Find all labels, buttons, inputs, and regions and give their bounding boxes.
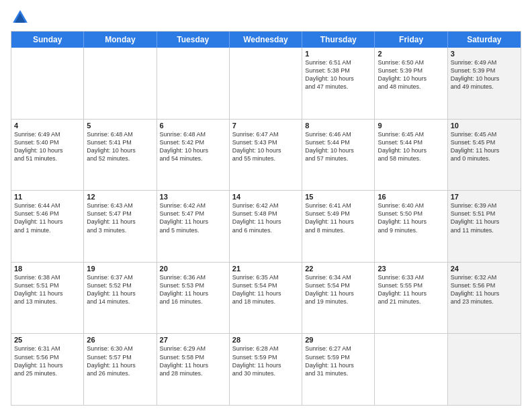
cal-cell: 15Sunrise: 6:41 AM Sunset: 5:49 PM Dayli… xyxy=(302,191,375,262)
day-number: 12 xyxy=(87,193,153,201)
page: SundayMondayTuesdayWednesdayThursdayFrid… xyxy=(0,0,532,411)
cell-info: Sunrise: 6:48 AM Sunset: 5:42 PM Dayligh… xyxy=(160,130,226,163)
cal-week-2: 11Sunrise: 6:44 AM Sunset: 5:46 PM Dayli… xyxy=(11,190,521,262)
cell-info: Sunrise: 6:31 AM Sunset: 5:56 PM Dayligh… xyxy=(14,345,81,377)
day-number: 7 xyxy=(232,122,299,130)
day-number: 28 xyxy=(232,336,299,344)
cell-info: Sunrise: 6:42 AM Sunset: 5:48 PM Dayligh… xyxy=(232,201,299,234)
cell-info: Sunrise: 6:39 AM Sunset: 5:51 PM Dayligh… xyxy=(451,201,518,234)
cal-cell: 12Sunrise: 6:43 AM Sunset: 5:47 PM Dayli… xyxy=(84,191,157,262)
cal-cell xyxy=(230,48,302,119)
cal-cell xyxy=(375,334,447,405)
cell-info: Sunrise: 6:37 AM Sunset: 5:52 PM Dayligh… xyxy=(87,273,153,306)
cell-info: Sunrise: 6:40 AM Sunset: 5:50 PM Dayligh… xyxy=(378,201,444,234)
day-number: 18 xyxy=(14,265,81,273)
cal-cell: 7Sunrise: 6:47 AM Sunset: 5:43 PM Daylig… xyxy=(230,120,302,191)
cal-cell: 27Sunrise: 6:29 AM Sunset: 5:58 PM Dayli… xyxy=(157,334,230,405)
cell-info: Sunrise: 6:49 AM Sunset: 5:40 PM Dayligh… xyxy=(14,130,81,163)
cal-header-tuesday: Tuesday xyxy=(157,32,230,48)
cell-info: Sunrise: 6:29 AM Sunset: 5:58 PM Dayligh… xyxy=(160,345,226,377)
cal-cell: 29Sunrise: 6:27 AM Sunset: 5:59 PM Dayli… xyxy=(302,334,375,405)
cal-week-0: 1Sunrise: 6:51 AM Sunset: 5:38 PM Daylig… xyxy=(11,48,521,119)
day-number: 10 xyxy=(451,122,518,130)
cal-cell: 22Sunrise: 6:34 AM Sunset: 5:54 PM Dayli… xyxy=(302,263,375,334)
cal-cell: 19Sunrise: 6:37 AM Sunset: 5:52 PM Dayli… xyxy=(84,263,157,334)
day-number: 27 xyxy=(160,336,226,344)
cell-info: Sunrise: 6:35 AM Sunset: 5:54 PM Dayligh… xyxy=(232,273,299,306)
day-number: 21 xyxy=(232,265,299,273)
cal-cell: 26Sunrise: 6:30 AM Sunset: 5:57 PM Dayli… xyxy=(84,334,157,405)
day-number: 25 xyxy=(14,336,81,344)
cal-cell: 23Sunrise: 6:33 AM Sunset: 5:55 PM Dayli… xyxy=(375,263,447,334)
cal-header-friday: Friday xyxy=(375,32,447,48)
cell-info: Sunrise: 6:51 AM Sunset: 5:38 PM Dayligh… xyxy=(305,58,371,91)
day-number: 24 xyxy=(451,265,518,273)
calendar: SundayMondayTuesdayWednesdayThursdayFrid… xyxy=(11,31,521,406)
cell-info: Sunrise: 6:43 AM Sunset: 5:47 PM Dayligh… xyxy=(87,201,153,234)
cal-cell xyxy=(84,48,157,119)
cell-info: Sunrise: 6:44 AM Sunset: 5:46 PM Dayligh… xyxy=(14,201,81,234)
day-number: 2 xyxy=(378,50,444,58)
day-number: 9 xyxy=(378,122,444,130)
day-number: 29 xyxy=(305,336,371,344)
cal-cell: 10Sunrise: 6:45 AM Sunset: 5:45 PM Dayli… xyxy=(448,120,521,191)
day-number: 19 xyxy=(87,265,153,273)
cal-cell: 8Sunrise: 6:46 AM Sunset: 5:44 PM Daylig… xyxy=(302,120,375,191)
calendar-header: SundayMondayTuesdayWednesdayThursdayFrid… xyxy=(11,32,521,48)
cal-cell: 16Sunrise: 6:40 AM Sunset: 5:50 PM Dayli… xyxy=(375,191,447,262)
day-number: 23 xyxy=(378,265,444,273)
cal-cell: 21Sunrise: 6:35 AM Sunset: 5:54 PM Dayli… xyxy=(230,263,302,334)
cal-cell: 3Sunrise: 6:49 AM Sunset: 5:39 PM Daylig… xyxy=(448,48,521,119)
cell-info: Sunrise: 6:30 AM Sunset: 5:57 PM Dayligh… xyxy=(87,345,153,377)
cal-header-sunday: Sunday xyxy=(11,32,84,48)
cell-info: Sunrise: 6:32 AM Sunset: 5:56 PM Dayligh… xyxy=(451,273,518,306)
cal-cell: 11Sunrise: 6:44 AM Sunset: 5:46 PM Dayli… xyxy=(11,191,84,262)
day-number: 13 xyxy=(160,193,226,201)
cal-cell: 1Sunrise: 6:51 AM Sunset: 5:38 PM Daylig… xyxy=(302,48,375,119)
cal-cell xyxy=(157,48,230,119)
cal-cell: 17Sunrise: 6:39 AM Sunset: 5:51 PM Dayli… xyxy=(448,191,521,262)
cal-week-3: 18Sunrise: 6:38 AM Sunset: 5:51 PM Dayli… xyxy=(11,262,521,334)
cal-header-wednesday: Wednesday xyxy=(230,32,302,48)
day-number: 4 xyxy=(14,122,81,130)
cell-info: Sunrise: 6:49 AM Sunset: 5:39 PM Dayligh… xyxy=(451,58,518,91)
cal-week-4: 25Sunrise: 6:31 AM Sunset: 5:56 PM Dayli… xyxy=(11,333,521,405)
cell-info: Sunrise: 6:36 AM Sunset: 5:53 PM Dayligh… xyxy=(160,273,226,306)
cal-cell: 20Sunrise: 6:36 AM Sunset: 5:53 PM Dayli… xyxy=(157,263,230,334)
day-number: 16 xyxy=(378,193,444,201)
cell-info: Sunrise: 6:45 AM Sunset: 5:45 PM Dayligh… xyxy=(451,130,518,163)
cell-info: Sunrise: 6:47 AM Sunset: 5:43 PM Dayligh… xyxy=(232,130,299,163)
cal-header-monday: Monday xyxy=(84,32,157,48)
day-number: 1 xyxy=(305,50,371,58)
cal-cell: 9Sunrise: 6:45 AM Sunset: 5:44 PM Daylig… xyxy=(375,120,447,191)
day-number: 14 xyxy=(232,193,299,201)
cal-cell: 18Sunrise: 6:38 AM Sunset: 5:51 PM Dayli… xyxy=(11,263,84,334)
day-number: 22 xyxy=(305,265,371,273)
calendar-body: 1Sunrise: 6:51 AM Sunset: 5:38 PM Daylig… xyxy=(11,48,521,405)
day-number: 11 xyxy=(14,193,81,201)
cell-info: Sunrise: 6:33 AM Sunset: 5:55 PM Dayligh… xyxy=(378,273,444,306)
cal-cell: 2Sunrise: 6:50 AM Sunset: 5:39 PM Daylig… xyxy=(375,48,447,119)
day-number: 3 xyxy=(451,50,518,58)
cell-info: Sunrise: 6:45 AM Sunset: 5:44 PM Dayligh… xyxy=(378,130,444,163)
day-number: 6 xyxy=(160,122,226,130)
cal-cell: 5Sunrise: 6:48 AM Sunset: 5:41 PM Daylig… xyxy=(84,120,157,191)
day-number: 26 xyxy=(87,336,153,344)
cal-cell: 25Sunrise: 6:31 AM Sunset: 5:56 PM Dayli… xyxy=(11,334,84,405)
day-number: 20 xyxy=(160,265,226,273)
cell-info: Sunrise: 6:48 AM Sunset: 5:41 PM Dayligh… xyxy=(87,130,153,163)
cal-cell: 14Sunrise: 6:42 AM Sunset: 5:48 PM Dayli… xyxy=(230,191,302,262)
cal-cell xyxy=(448,334,521,405)
cal-cell: 13Sunrise: 6:42 AM Sunset: 5:47 PM Dayli… xyxy=(157,191,230,262)
cell-info: Sunrise: 6:27 AM Sunset: 5:59 PM Dayligh… xyxy=(305,345,371,377)
cal-header-saturday: Saturday xyxy=(448,32,521,48)
logo-icon xyxy=(11,8,30,27)
cell-info: Sunrise: 6:41 AM Sunset: 5:49 PM Dayligh… xyxy=(305,201,371,234)
cal-header-thursday: Thursday xyxy=(302,32,375,48)
logo xyxy=(11,8,31,27)
cal-week-1: 4Sunrise: 6:49 AM Sunset: 5:40 PM Daylig… xyxy=(11,119,521,191)
cell-info: Sunrise: 6:50 AM Sunset: 5:39 PM Dayligh… xyxy=(378,58,444,91)
cell-info: Sunrise: 6:42 AM Sunset: 5:47 PM Dayligh… xyxy=(160,201,226,234)
day-number: 17 xyxy=(451,193,518,201)
cal-cell: 4Sunrise: 6:49 AM Sunset: 5:40 PM Daylig… xyxy=(11,120,84,191)
